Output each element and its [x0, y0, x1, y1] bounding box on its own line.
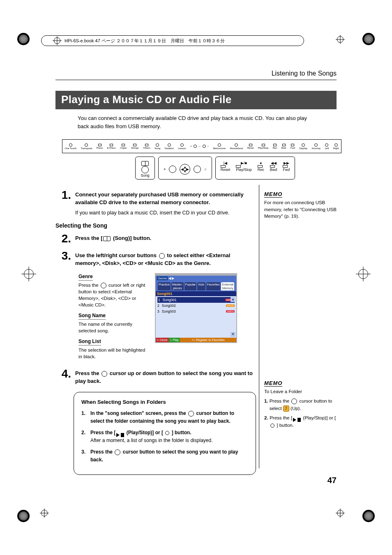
folder-instructions-box: When Selecting Songs in Folders 1. In th… [74, 392, 256, 475]
device-screen-mockup: Genre ◀ ▶ Practice Master-pieces Popular… [155, 273, 237, 343]
zoom-label: Fwd [283, 168, 290, 172]
screen-current-song: Song001 [156, 291, 236, 296]
genre-annotation-block: Genre Press the cursor left or right but… [78, 273, 256, 364]
screen-tab: Kids [197, 282, 205, 290]
up-folder-icon: ⤴ [283, 405, 289, 412]
panel-label: Rec [273, 147, 277, 149]
panel-label: One Touch [65, 147, 76, 150]
step-subtext: If you want to play back a music CD, ins… [75, 209, 256, 217]
step-text: Press the cursor up or down button to se… [75, 370, 256, 385]
panel-label: Lesson [178, 147, 186, 150]
step-number: 2. [55, 233, 75, 244]
screen-song-list: ▲ 1Song001(MIDI) 2Song002WAVE 3Song003(M… [156, 296, 236, 338]
zoom-label: Bwd [270, 168, 277, 172]
play-stop-icon [116, 431, 124, 435]
memo-step: 1. Press the cursor button to select ⤴ (… [264, 398, 337, 412]
zoom-label: Rec [258, 168, 264, 172]
folder-box-title: When Selecting Songs in Folders [81, 398, 248, 406]
screen-list-row: 2Song002WAVE [157, 303, 235, 309]
screen-close-button: × Close [156, 338, 169, 342]
folder-step: 2. Press the [ (Play/Stop)] or [ ] butto… [81, 429, 248, 444]
panel-label: Notation [165, 147, 174, 150]
step-1: 1. Connect your separately purchased USB… [55, 189, 256, 216]
step-text: Press the [ (Song)] button. [75, 235, 256, 242]
annotation-heading: Song Name [78, 312, 106, 320]
screen-footer: × Close ○ Play +○ Register to Favorites [156, 338, 236, 342]
cursor-icon [291, 398, 297, 404]
folder-step: 1. In the "song selection" screen, press… [81, 410, 248, 425]
panel-label: Transpose [81, 147, 92, 150]
registration-mark-icon [54, 37, 60, 44]
panel-label: Metronome [213, 147, 225, 150]
annotation-text: The selection will be highlighted in bla… [78, 347, 148, 360]
screen-tab: Favorites [206, 282, 221, 290]
panel-label: Accomp [311, 147, 321, 150]
step-text: Connect your separately purchased USB me… [75, 191, 256, 207]
memo-block: MEMO For more on connecting USB memory, … [264, 191, 337, 220]
button-circle-icon [141, 166, 149, 173]
screen-tab: Popular [184, 282, 197, 290]
screen-list-row-selected: 1Song001(MIDI) [157, 297, 235, 303]
screen-tab: Practice [158, 282, 171, 290]
registration-mark-icon [41, 509, 48, 516]
screen-list-row: 3Song003(MIDI) [157, 309, 235, 314]
panel-label: Wonderland [230, 147, 243, 150]
zoom-cursor-box: × ▲ ▼ ◀ ▶ ○ [158, 157, 212, 180]
zoom-label: Reset [221, 168, 231, 172]
screen-play-button: ○ Play [169, 338, 180, 342]
play-stop-icon [293, 416, 301, 420]
panel-label: Strings [131, 147, 139, 149]
cursor-icon [159, 253, 165, 259]
subheading: Selecting the Song [55, 222, 256, 229]
step-number: 3. [55, 250, 75, 267]
panel-label: Organ [120, 147, 127, 149]
circle-button-icon [165, 431, 169, 435]
panel-label: Left [325, 147, 329, 150]
annotation-text: Press the cursor left or right button to… [78, 282, 148, 308]
panel-zoom-row: Song × ▲ ▼ ◀ ▶ ○ |◀Reset ▶/■Play/Stop ●R… [62, 157, 337, 180]
cursor-icon [101, 371, 107, 377]
panel-label: Others [143, 147, 150, 149]
scroll-down-icon: ▼ [231, 332, 235, 337]
step-4: 4. Press the cursor up or down button to… [55, 368, 256, 385]
screen-tabs: Practice Master-pieces Popular Kids Favo… [156, 281, 236, 291]
cmyk-target-icon [362, 510, 375, 522]
registration-mark-icon [358, 269, 368, 279]
page-header-text: HPi-6S-e.book 47 ページ ２００７年１１月１９日 月曜日 午前１… [65, 38, 225, 44]
step-2: 2. Press the [ (Song)] button. [55, 233, 256, 244]
intro-text: You can connect a commercially available… [78, 114, 308, 130]
page-header-capsule: HPi-6S-e.book 47 ページ ２００７年１１月１９日 月曜日 午前１… [41, 35, 304, 46]
divider [55, 80, 337, 80]
zoom-transport-box: |◀Reset ▶/■Play/Stop ●Rec ◀◀Bwd ▶▶Fwd [215, 157, 295, 180]
panel-label: Fwd [291, 147, 295, 149]
screen-tab: Master-pieces [171, 282, 183, 290]
annotation-heading: Genre [78, 273, 93, 281]
songbook-icon [103, 236, 111, 241]
zoom-label: Play/Stop [236, 168, 252, 172]
circle-button-icon [270, 424, 274, 428]
step-number: 1. [55, 189, 75, 216]
panel-label: Piano [97, 147, 103, 149]
panel-label: Right [333, 147, 339, 150]
memo-label: MEMO [264, 380, 282, 387]
folder-step: 3. Press the cursor button to select the… [81, 448, 248, 463]
page-title: Playing a Music CD or Audio File [55, 91, 337, 109]
step-number: 4. [55, 368, 75, 385]
column-divider [259, 185, 259, 468]
panel-overview-diagram: One Touch Transpose Piano E.Piano Organ … [62, 139, 341, 153]
memo-block: MEMO To Leave a Folder 1. Press the curs… [264, 380, 337, 429]
registration-mark-icon [337, 35, 344, 43]
zoom-label: Song [141, 173, 149, 177]
annotation-heading: Song List [78, 338, 101, 345]
step-text: Use the left/right cursor buttons to sel… [75, 252, 256, 267]
memo-label: MEMO [264, 191, 282, 198]
cmyk-target-icon [17, 33, 30, 45]
memo-text: For more on connecting USB memory, refer… [264, 199, 337, 220]
memo-step: 2. Press the [ (Play/Stop)] or [ ] butto… [264, 415, 337, 429]
registration-mark-icon [0, 0, 196, 10]
cursor-icon [101, 283, 106, 288]
songbook-icon [141, 161, 149, 166]
memo-text: To Leave a Folder [264, 388, 337, 395]
panel-label: E.Piano [107, 147, 116, 149]
screen-genre-label: Genre [157, 276, 168, 280]
